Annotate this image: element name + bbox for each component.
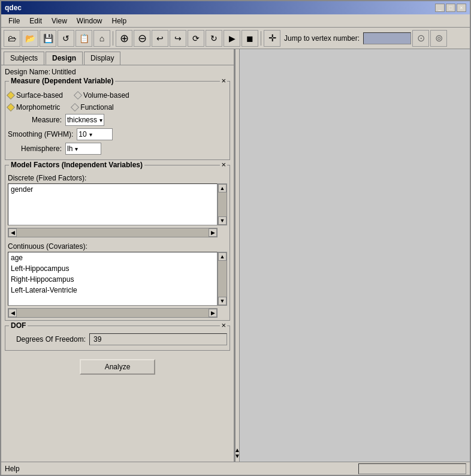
discrete-listbox[interactable]: gender <box>8 183 218 225</box>
save-button[interactable]: 💾 <box>40 30 56 47</box>
toolbar-sep1 <box>113 31 113 46</box>
continuous-listbox[interactable]: age Left-Hippocampus Right-Hippocampus L… <box>8 252 218 306</box>
menu-bar: File Edit View Window Help <box>1 14 470 28</box>
dof-section-close[interactable]: × <box>220 321 227 330</box>
toolbar-sep2 <box>261 31 261 46</box>
minimize-button[interactable]: _ <box>435 4 445 12</box>
discrete-scroll-h-track[interactable] <box>17 228 209 237</box>
continuous-scroll-up[interactable]: ▲ <box>218 252 227 261</box>
morphometric-option[interactable]: Morphometric <box>8 103 60 112</box>
discrete-item-0: gender <box>8 184 217 195</box>
measure-dropdown[interactable]: thickness ▾ <box>65 114 104 126</box>
menu-window[interactable]: Window <box>72 16 107 26</box>
reload-button[interactable]: ↺ <box>58 30 74 47</box>
model-section-close[interactable]: × <box>220 160 227 169</box>
toolbar: 🗁 📂 💾 ↺ 📋 ⌂ ⊕ ⊖ ↩ ↪ ⟳ ↻ ▶ ◼ ✛ Jump to ve… <box>1 28 470 49</box>
continuous-label: Continuous (Covariates): <box>8 241 227 252</box>
discrete-label: Discrete (Fixed Factors): <box>8 173 227 183</box>
menu-file[interactable]: File <box>4 16 25 26</box>
hemisphere-row: Hemisphere: lh ▾ <box>8 143 227 155</box>
discrete-scroll-left[interactable]: ◀ <box>8 228 17 237</box>
title-bar: qdec _ □ × <box>1 1 470 14</box>
smoothing-label: Smoothing (FWHM): <box>8 130 73 138</box>
discrete-scrollbar-h[interactable]: ◀ ▶ <box>8 228 218 237</box>
status-bar: Help <box>1 462 470 475</box>
jump-label: Jump to vertex number: <box>284 34 360 43</box>
smoothing-dropdown-arrow: ▾ <box>89 131 92 138</box>
hemisphere-dropdown[interactable]: lh ▾ <box>65 143 101 155</box>
measure-section-close[interactable]: × <box>220 76 227 85</box>
save2-button[interactable]: 📋 <box>76 30 92 47</box>
hemisphere-label: Hemisphere: <box>8 144 62 153</box>
left-panel: Subjects Design Display Design Name: Unt… <box>1 49 235 462</box>
measure-label: Measure: <box>8 116 62 124</box>
continuous-scroll-right[interactable]: ▶ <box>209 309 217 317</box>
hemisphere-value: lh <box>67 144 73 153</box>
folder-button[interactable]: 📂 <box>22 30 38 47</box>
open-button[interactable]: 🗁 <box>4 30 20 47</box>
design-name-value: Untitled <box>52 68 76 76</box>
right-panel <box>240 49 470 462</box>
model-section: Model Factors (Independent Variables) × … <box>5 165 230 321</box>
volume-based-option[interactable]: Volume-based <box>75 91 129 100</box>
panel-divider[interactable]: ▲ ▼ <box>235 49 240 462</box>
home-button[interactable]: ⌂ <box>93 30 110 47</box>
measure-row: Measure: thickness ▾ <box>8 114 227 126</box>
close-button[interactable]: × <box>457 4 466 12</box>
analyze-button[interactable]: Analyze <box>80 359 156 375</box>
discrete-scroll-right[interactable]: ▶ <box>209 228 217 237</box>
crosshair-button[interactable]: ✛ <box>264 30 280 47</box>
zoom-in-button[interactable]: ⊕ <box>116 30 132 47</box>
smoothing-row: Smoothing (FWHM): 10 ▾ <box>8 128 227 140</box>
jump-go2-button[interactable]: ⊚ <box>430 30 447 47</box>
dof-label: Degrees Of Freedom: <box>8 335 86 344</box>
dof-section-title: DOF <box>9 321 28 330</box>
maximize-button[interactable]: □ <box>446 4 455 12</box>
functional-option[interactable]: Functional <box>72 103 113 112</box>
tabs: Subjects Design Display <box>1 49 234 65</box>
dof-row: Degrees Of Freedom: 39 <box>8 333 227 345</box>
zoom-out-button[interactable]: ⊖ <box>134 30 150 47</box>
continuous-scroll-h-track[interactable] <box>17 309 209 317</box>
discrete-scrollbar-v[interactable]: ▲ ▼ <box>218 183 227 225</box>
morphometric-diamond <box>7 103 15 112</box>
loop-button[interactable]: ⟳ <box>188 30 204 47</box>
tab-display[interactable]: Display <box>84 52 120 65</box>
measure-value: thickness <box>67 116 97 124</box>
tab-design[interactable]: Design <box>46 52 83 65</box>
menu-help[interactable]: Help <box>107 16 132 26</box>
measure-subtype-row: Morphometric Functional <box>8 103 227 112</box>
continuous-item-3: Left-Lateral-Ventricle <box>8 285 217 296</box>
continuous-scrollbar-h[interactable]: ◀ ▶ <box>8 308 218 318</box>
discrete-scroll-down[interactable]: ▼ <box>218 216 227 225</box>
continuous-scroll-track[interactable] <box>218 261 227 297</box>
window-title: qdec <box>5 4 22 12</box>
smoothing-value: 10 <box>78 130 86 138</box>
continuous-item-0: age <box>8 252 217 263</box>
continuous-scroll-left[interactable]: ◀ <box>8 309 17 317</box>
discrete-scroll-track[interactable] <box>218 192 227 216</box>
discrete-scroll-up[interactable]: ▲ <box>218 184 227 192</box>
surface-based-label: Surface-based <box>16 91 63 100</box>
rotate-left-button[interactable]: ↩ <box>152 30 168 47</box>
jump-go-button[interactable]: ⊙ <box>412 30 429 47</box>
menu-view[interactable]: View <box>47 16 72 26</box>
continuous-item-1: Left-Hippocampus <box>8 263 217 274</box>
jump-input[interactable] <box>363 32 411 44</box>
tab-subjects[interactable]: Subjects <box>4 52 44 65</box>
main-content: Subjects Design Display Design Name: Unt… <box>1 49 470 462</box>
measure-section-title: Measure (Dependent Variable) <box>9 77 115 85</box>
play-button[interactable]: ▶ <box>224 30 240 47</box>
continuous-scrollbar-v[interactable]: ▲ ▼ <box>218 252 227 306</box>
measure-section: Measure (Dependent Variable) × Surface-b… <box>5 81 230 160</box>
volume-based-diamond <box>74 91 82 100</box>
functional-label: Functional <box>80 103 113 112</box>
refresh-button[interactable]: ↻ <box>206 30 222 47</box>
functional-diamond <box>71 103 79 112</box>
surface-based-option[interactable]: Surface-based <box>8 91 63 100</box>
continuous-scroll-down[interactable]: ▼ <box>218 297 227 305</box>
stop-button[interactable]: ◼ <box>241 30 258 47</box>
smoothing-dropdown[interactable]: 10 ▾ <box>77 128 113 140</box>
rotate-right-button[interactable]: ↪ <box>170 30 186 47</box>
menu-edit[interactable]: Edit <box>25 16 47 26</box>
